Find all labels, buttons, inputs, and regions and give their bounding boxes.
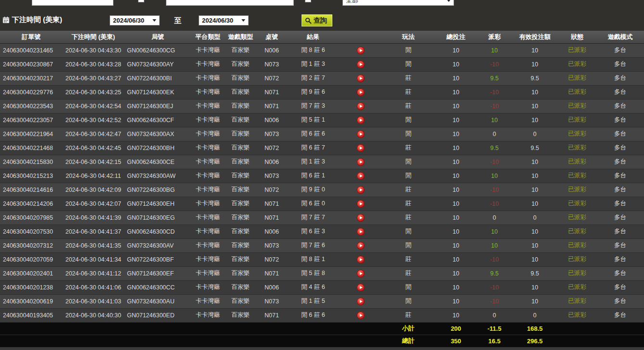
filter-input-2[interactable] [166, 0, 294, 6]
cell-play: 莊 [382, 183, 435, 197]
cell-platform: 卡卡灣廳 [191, 252, 224, 266]
cell-total-bet: 10 [435, 113, 477, 127]
cell-round: GN072246300BG [124, 183, 191, 197]
cell-round: GN073246300AY [124, 57, 191, 71]
play-video-button[interactable] [357, 200, 365, 208]
cell-valid-bet: 10 [512, 85, 558, 99]
play-video-button[interactable] [357, 130, 365, 138]
calendar-icon [2, 16, 10, 24]
play-video-button[interactable] [357, 158, 365, 166]
cell-platform: 卡卡灣廳 [191, 155, 224, 169]
cell-payout: 0 [477, 308, 512, 322]
cell-status: 已派彩 [558, 127, 596, 141]
play-video-button[interactable] [357, 186, 365, 194]
header-video [340, 31, 382, 43]
cell-play: 莊 [382, 71, 435, 85]
cell-game-mode: 多台 [596, 252, 644, 266]
cell-order: 240630040221468 [0, 141, 63, 155]
play-video-button[interactable] [357, 116, 365, 124]
cell-play: 閒 [382, 57, 435, 71]
chevron-down-icon [241, 19, 245, 22]
date-to-select[interactable]: 2024/06/30 [199, 15, 249, 25]
cell-bet-time: 2024-06-30 04:43:30 [63, 43, 124, 57]
cell-table-no: N071 [257, 266, 287, 280]
play-video-button[interactable] [357, 298, 365, 305]
play-video-button[interactable] [357, 242, 365, 250]
cell-game-mode: 多台 [596, 127, 644, 141]
play-video-button[interactable] [357, 88, 365, 96]
search-button[interactable]: 查詢 [302, 14, 332, 26]
cell-game-mode: 多台 [596, 141, 644, 155]
cell-status: 已派彩 [558, 280, 596, 294]
cell-payout: 10 [477, 238, 512, 252]
cell-result: 閒 7 莊 7 [287, 211, 340, 225]
cell-game-mode: 多台 [596, 266, 644, 280]
header-status: 狀態 [558, 31, 596, 43]
header-order: 訂單號 [0, 31, 63, 43]
cell-play: 莊 [382, 197, 435, 211]
cell-bet-time: 2024-06-30 04:43:25 [63, 85, 124, 99]
cell-bet-time: 2024-06-30 04:42:45 [63, 141, 124, 155]
subtotal-bet: 200 [435, 322, 477, 335]
play-video-button[interactable] [357, 75, 365, 82]
cell-valid-bet: 10 [512, 252, 558, 266]
table-row: 240630040223543 2024-06-30 04:42:54 GN07… [0, 99, 644, 113]
cell-total-bet: 10 [435, 308, 477, 322]
cell-total-bet: 10 [435, 57, 477, 71]
play-video-button[interactable] [357, 144, 365, 152]
cell-payout: 10 [477, 43, 512, 57]
play-video-button[interactable] [357, 312, 365, 319]
cell-platform: 卡卡灣廳 [191, 71, 224, 85]
filter-checkbox-3[interactable] [305, 0, 311, 2]
filter-checkbox-2[interactable] [138, 0, 144, 2]
table-row: 240630040221964 2024-06-30 04:42:47 GN07… [0, 127, 644, 141]
play-video-button[interactable] [357, 102, 365, 110]
play-video-button[interactable] [357, 256, 365, 263]
play-video-button[interactable] [357, 61, 365, 68]
cell-round: GN071246300EF [124, 266, 191, 280]
cell-valid-bet: 9.5 [512, 141, 558, 155]
cell-bet-time: 2024-06-30 04:41:12 [63, 266, 124, 280]
cell-play: 莊 [382, 99, 435, 113]
cell-status: 已派彩 [558, 294, 596, 308]
play-video-button[interactable] [357, 172, 365, 180]
cell-play: 閒 [382, 43, 435, 57]
cell-valid-bet: 0 [512, 308, 558, 322]
play-video-button[interactable] [357, 270, 365, 277]
cell-game-mode: 多台 [596, 169, 644, 183]
cell-round: GN071246300EH [124, 197, 191, 211]
cell-valid-bet: 10 [512, 99, 558, 113]
table-row: 240630040231465 2024-06-30 04:43:30 GN00… [0, 43, 644, 57]
cell-total-bet: 10 [435, 183, 477, 197]
header-round: 局號 [124, 31, 191, 43]
cell-total-bet: 10 [435, 266, 477, 280]
date-from-select[interactable]: 2024/06/30 [110, 15, 160, 25]
cell-status: 已派彩 [558, 266, 596, 280]
play-video-button[interactable] [357, 284, 365, 291]
total-row: 總計 350 16.5 296.5 [0, 335, 644, 347]
play-video-button[interactable] [357, 214, 365, 222]
cell-total-bet: 10 [435, 169, 477, 183]
cell-bet-time: 2024-06-30 04:42:47 [63, 127, 124, 141]
cell-platform: 卡卡灣廳 [191, 127, 224, 141]
filter-select[interactable]: 全部 [342, 0, 454, 6]
cell-order: 240630040193405 [0, 308, 63, 322]
cell-play: 莊 [382, 85, 435, 99]
cell-payout: -10 [477, 294, 512, 308]
cell-platform: 卡卡灣廳 [191, 197, 224, 211]
play-video-button[interactable] [357, 228, 365, 236]
header-game-mode: 遊戲模式 [596, 31, 644, 43]
cell-video [340, 252, 382, 266]
cell-round: GN071246300EJ [124, 99, 191, 113]
filter-input-1[interactable] [32, 0, 114, 6]
cell-table-no: N072 [257, 183, 287, 197]
cell-status: 已派彩 [558, 43, 596, 57]
cell-order: 240630040230867 [0, 57, 63, 71]
play-video-button[interactable] [357, 47, 365, 54]
cell-payout: -10 [477, 252, 512, 266]
cell-status: 已派彩 [558, 238, 596, 252]
cell-video [340, 211, 382, 225]
table-header-row: 訂單號 下注時間 (美東) 局號 平台類型 遊戲類型 桌號 結果 玩法 總投注 … [0, 31, 644, 43]
cell-valid-bet: 10 [512, 169, 558, 183]
cell-valid-bet: 9.5 [512, 71, 558, 85]
